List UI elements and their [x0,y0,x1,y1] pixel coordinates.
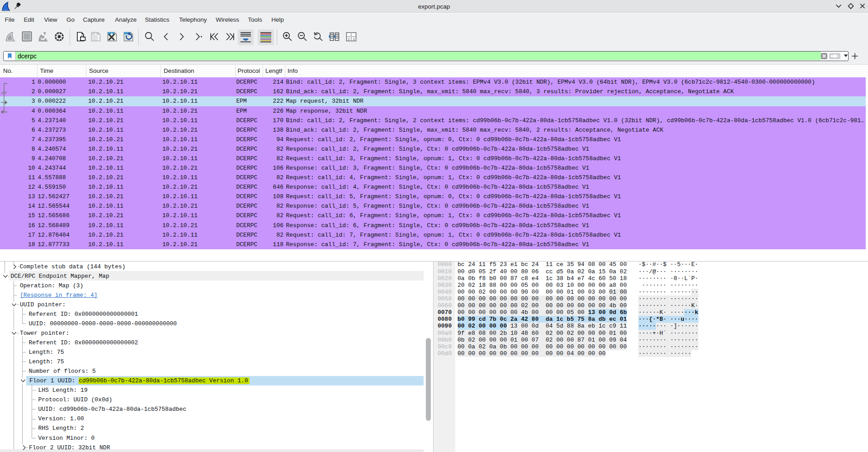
svg-text:3: 3 [353,38,355,41]
svg-text:1: 1 [350,33,352,36]
svg-text:0111: 0111 [93,39,98,41]
svg-text:2: 2 [348,38,350,41]
